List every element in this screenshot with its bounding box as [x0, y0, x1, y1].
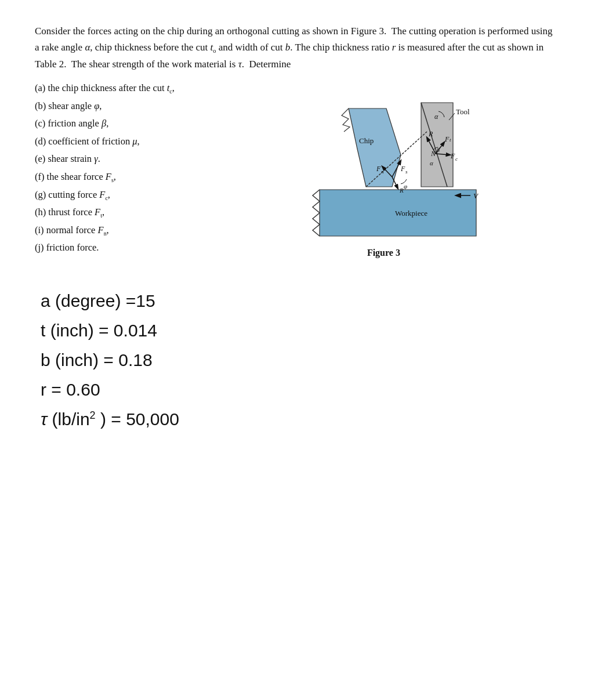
svg-text:Tool: Tool: [456, 107, 470, 116]
list-area: (a) the chip thickness after the cut tc,…: [35, 79, 175, 257]
diagram-wrapper: V Tool Chip Workpiece R F t F c: [273, 85, 494, 242]
list-item-f: (f) the shear force Fs,: [35, 168, 175, 186]
params-section: a (degree) =15 t (inch) = 0.014 b (inch)…: [35, 286, 581, 434]
b-param: b (inch) = 0.18: [41, 345, 581, 375]
svg-text:α: α: [434, 113, 439, 121]
figure-3-svg: V Tool Chip Workpiece R F t F c: [273, 85, 494, 242]
tau-param: τ (lb/in2 ) = 50,000: [41, 404, 581, 434]
svg-text:Workpiece: Workpiece: [395, 209, 427, 218]
list-item-g: (g) cutting force Fc,: [35, 186, 175, 204]
svg-text:N: N: [430, 150, 436, 158]
list-item-i: (i) normal force Fn,: [35, 222, 175, 240]
svg-text:β: β: [436, 147, 440, 153]
alpha-param: a (degree) =15: [41, 286, 581, 316]
intro-paragraph: Consider the forces acting on the chip d…: [35, 23, 557, 73]
svg-text:R: R: [399, 187, 404, 194]
content-area: (a) the chip thickness after the cut tc,…: [35, 79, 581, 258]
list-item-d: (d) coefficient of friction μ,: [35, 133, 175, 151]
t-param: t (inch) = 0.014: [41, 316, 581, 345]
svg-text:F: F: [376, 165, 381, 173]
svg-text:F: F: [450, 152, 455, 160]
svg-text:V: V: [473, 191, 479, 200]
figure-area: V Tool Chip Workpiece R F t F c: [186, 79, 581, 258]
list-item-e: (e) shear strain γ.: [35, 150, 175, 168]
list-item-j: (j) friction force.: [35, 239, 175, 257]
svg-text:φ: φ: [404, 183, 407, 190]
list-item-a: (a) the chip thickness after the cut tc,: [35, 79, 175, 97]
svg-text:n: n: [381, 169, 384, 175]
svg-text:R: R: [428, 130, 433, 138]
svg-text:α: α: [430, 160, 433, 166]
list-item-c: (c) friction angle β,: [35, 115, 175, 133]
svg-text:c: c: [455, 156, 458, 162]
svg-text:s: s: [405, 169, 408, 175]
figure-caption: Figure 3: [367, 248, 400, 258]
svg-text:Chip: Chip: [359, 136, 374, 145]
list-item-h: (h) thrust force Ft,: [35, 204, 175, 222]
list-item-b: (b) shear angle φ,: [35, 97, 175, 115]
r-param: r = 0.60: [41, 375, 581, 404]
svg-text:F: F: [444, 135, 450, 143]
svg-text:F: F: [400, 165, 405, 173]
